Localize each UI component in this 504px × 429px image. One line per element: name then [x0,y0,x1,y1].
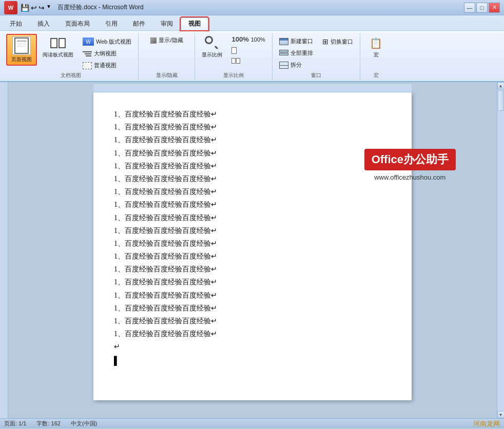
doc-line-10: 1、百度经验百度经验百度经验↵ [114,224,391,237]
reading-view-button[interactable]: 阅读板式视图 [39,34,77,61]
tab-page-layout[interactable]: 页面布局 [57,17,98,30]
outline-view-icon [83,50,92,57]
tab-insert[interactable]: 插入 [30,17,57,30]
henan-watermark: 河南龙网 [473,419,500,428]
tab-mailings[interactable]: 邮件 [125,17,153,30]
macro-group-label: 宏 [374,71,379,79]
reading-view-label: 阅读板式视图 [43,51,73,59]
vertical-ruler [0,82,8,418]
split-button[interactable]: 拆分 [276,60,317,70]
zoom100-button[interactable]: 100% 100% [228,34,268,45]
ribbon-group-doc-views: 页面视图 阅读板式视图 W Web 版式视 [3,33,139,80]
show-btn[interactable]: 显示/隐藏 [148,36,185,45]
main-area: 1、百度经验百度经验百度经验↵ 1、百度经验百度经验百度经验↵ 1、百度经验百度… [0,82,504,418]
page-view-button[interactable]: 页面视图 [6,34,37,66]
new-window-button[interactable]: 新建窗口 [276,36,317,47]
doc-line-11: 1、百度经验百度经验百度经验↵ [114,237,391,250]
doc-cursor: ▌ [114,354,391,368]
switch-window-button[interactable]: ⊞ 切换窗口 [319,36,357,47]
macro-label: 宏 [374,51,379,59]
save-icon[interactable]: 💾 [21,4,29,12]
page-info: 页面: 1/1 [4,420,26,427]
ribbon-group-window: 新建窗口 全部重排 拆分 [273,33,360,80]
title-bar-left: W 💾 ↩ ↪ ▼ 百度经验.docx - Microsoft Word [4,1,144,14]
tab-start[interactable]: 开始 [2,17,30,30]
show-icon [150,37,157,44]
doc-line-3: 1、百度经验百度经验百度经验↵ [114,133,391,146]
tab-references[interactable]: 引用 [98,17,125,30]
language-info: 中文(中国) [71,420,97,427]
doc-cursor-line: ↵ [114,340,391,353]
outline-view-button[interactable]: 大纲视图 [79,48,135,59]
doc-views-group-label: 文档视图 [61,71,81,79]
two-pages-button[interactable] [228,56,268,65]
quick-access-toolbar: 💾 ↩ ↪ ▼ [21,4,51,12]
doc-line-12: 1、百度经验百度经验百度经验↵ [114,250,391,263]
small-view-buttons: W Web 版式视图 大纲视图 普通视图 [79,34,135,71]
doc-line-17: 1、百度经验百度经验百度经验↵ [114,315,391,327]
doc-line-8: 1、百度经验百度经验百度经验↵ [114,198,391,211]
draft-view-icon [83,62,92,69]
vertical-scrollbar[interactable]: ▲ ▼ [497,82,504,418]
macro-items: 📋 宏 [363,34,389,71]
tab-view[interactable]: 视图 [181,17,208,30]
switch-window-icon: ⊞ [322,37,328,46]
doc-views-items: 页面视图 阅读板式视图 W Web 版式视 [6,34,135,71]
window-buttons-2: ⊞ 切换窗口 [319,34,357,47]
web-view-label: Web 版式视图 [96,38,131,46]
all-arrange-icon [279,50,288,57]
draft-view-label: 普通视图 [94,62,117,69]
undo-icon[interactable]: ↩ [31,4,37,12]
doc-line-7: 1、百度经验百度经验百度经验↵ [114,185,391,198]
window-group-label: 窗口 [311,71,321,79]
macro-button[interactable]: 📋 宏 [363,34,389,61]
single-page-icon [231,47,237,54]
scroll-up-button[interactable]: ▲ [497,82,505,89]
doc-line-13: 1、百度经验百度经验百度经验↵ [114,263,391,276]
split-label: 拆分 [290,61,302,69]
ribbon-tab-strip: 开始 插入 页面布局 引用 邮件 审阅 视图 [0,15,504,30]
ribbon: 开始 插入 页面布局 引用 邮件 审阅 视图 [0,15,504,82]
doc-line-16: 1、百度经验百度经验百度经验↵ [114,302,391,315]
word-count: 字数: 162 [36,420,60,427]
document-page: 1、百度经验百度经验百度经验↵ 1、百度经验百度经验百度经验↵ 1、百度经验百度… [93,92,412,400]
new-window-icon [279,38,288,45]
dropdown-arrow-icon[interactable]: ▼ [46,4,51,12]
web-view-button[interactable]: W Web 版式视图 [79,36,135,47]
doc-line-18: 1、百度经验百度经验百度经验↵ [114,327,391,340]
switch-window-label: 切换窗口 [331,38,353,46]
minimize-button[interactable]: — [464,3,475,13]
ribbon-content: 页面视图 阅读板式视图 W Web 版式视 [0,30,504,81]
show-group-label: 显示/隐藏 [156,71,178,79]
split-icon [279,62,288,69]
zoom-options: 100% 100% [228,34,268,65]
scroll-thumb[interactable] [498,90,504,111]
document-scroll-area[interactable]: 1、百度经验百度经验百度经验↵ 1、百度经验百度经验百度经验↵ 1、百度经验百度… [8,82,497,418]
zoom-label: 显示比例 [202,51,222,59]
zoom100-label: 100% [251,36,265,43]
outline-view-label: 大纲视图 [94,50,117,57]
ribbon-group-show: 显示/隐藏 显示/隐藏 [139,33,195,80]
doc-line-15: 1、百度经验百度经验百度经验↵ [114,289,391,302]
status-bar: 页面: 1/1 字数: 162 中文(中国) 河南龙网 [0,418,504,428]
all-arrange-button[interactable]: 全部重排 [276,48,317,59]
tab-review[interactable]: 审阅 [153,17,181,30]
redo-icon[interactable]: ↪ [38,4,45,12]
web-view-icon: W [83,37,94,46]
single-page-button[interactable] [228,46,268,55]
zoom-button[interactable]: 显示比例 [198,34,226,61]
close-button[interactable]: ✕ [489,3,500,13]
reading-view-icon [51,36,65,50]
maximize-button[interactable]: □ [476,3,488,13]
doc-line-5: 1、百度经验百度经验百度经验↵ [114,160,391,172]
ribbon-group-macro: 📋 宏 宏 [360,33,392,80]
doc-line-9: 1、百度经验百度经验百度经验↵ [114,211,391,224]
new-window-label: 新建窗口 [290,37,313,45]
show-items: 显示/隐藏 [148,34,185,71]
page-view-label: 页面视图 [11,56,32,63]
show-checkboxes: 显示/隐藏 [148,34,185,45]
document-content: 1、百度经验百度经验百度经验↵ 1、百度经验百度经验百度经验↵ 1、百度经验百度… [114,108,391,368]
draft-view-button[interactable]: 普通视图 [79,60,135,71]
macro-icon: 📋 [369,36,383,50]
scroll-down-button[interactable]: ▼ [497,411,505,418]
